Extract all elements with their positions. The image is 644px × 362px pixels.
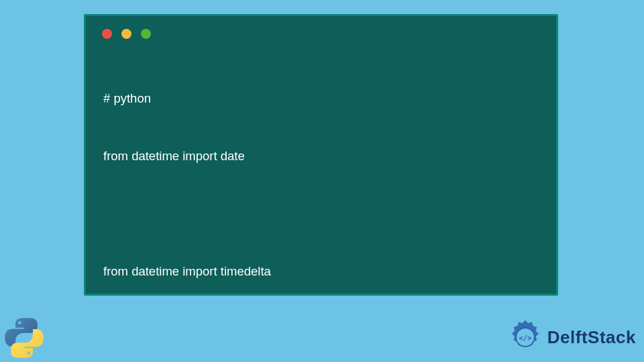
maximize-icon xyxy=(141,29,151,39)
minimize-icon xyxy=(121,29,131,39)
close-icon xyxy=(102,29,112,39)
code-body: # python from datetime import date from … xyxy=(86,39,556,362)
brand-name: DelftStack xyxy=(547,327,636,348)
window-controls xyxy=(86,16,556,39)
code-line: from datetime import timedelta xyxy=(103,262,556,282)
brand-gear-icon: </> xyxy=(506,318,545,357)
code-line: from datetime import date xyxy=(103,147,556,166)
code-window: # python from datetime import date from … xyxy=(84,14,558,296)
code-line: # python xyxy=(103,89,556,109)
python-logo-icon xyxy=(3,317,45,359)
svg-text:</>: </> xyxy=(519,334,531,342)
brand-watermark: </> DelftStack xyxy=(506,318,636,357)
